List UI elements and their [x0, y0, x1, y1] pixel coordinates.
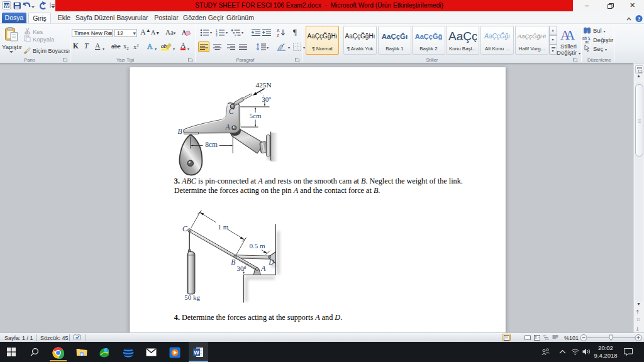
svg-text:50 kg: 50 kg: [184, 293, 200, 301]
svg-text:30o: 30o: [262, 95, 271, 103]
svg-text:?: ?: [638, 16, 640, 22]
svg-text:W: W: [194, 349, 199, 356]
svg-text:5cm: 5cm: [250, 112, 262, 119]
svg-text:W: W: [4, 3, 9, 9]
svg-text:A: A: [565, 28, 575, 41]
svg-text:B: B: [178, 128, 182, 136]
svg-text:C: C: [182, 225, 187, 233]
svg-text:A: A: [260, 265, 266, 273]
svg-text:B: B: [231, 258, 235, 266]
svg-text:30o: 30o: [236, 265, 246, 273]
svg-text:3: 3: [216, 34, 218, 36]
svg-text:Z: Z: [277, 33, 279, 38]
svg-text:C: C: [229, 107, 234, 116]
svg-text:8cm: 8cm: [205, 141, 218, 148]
svg-text:A: A: [277, 28, 280, 33]
svg-text:A: A: [225, 123, 231, 131]
svg-text:D: D: [268, 258, 274, 266]
svg-text:425N: 425N: [256, 81, 272, 89]
svg-text:ab: ab: [161, 43, 167, 49]
svg-text:1 m: 1 m: [218, 223, 229, 231]
svg-text:0.5 m: 0.5 m: [249, 242, 265, 250]
